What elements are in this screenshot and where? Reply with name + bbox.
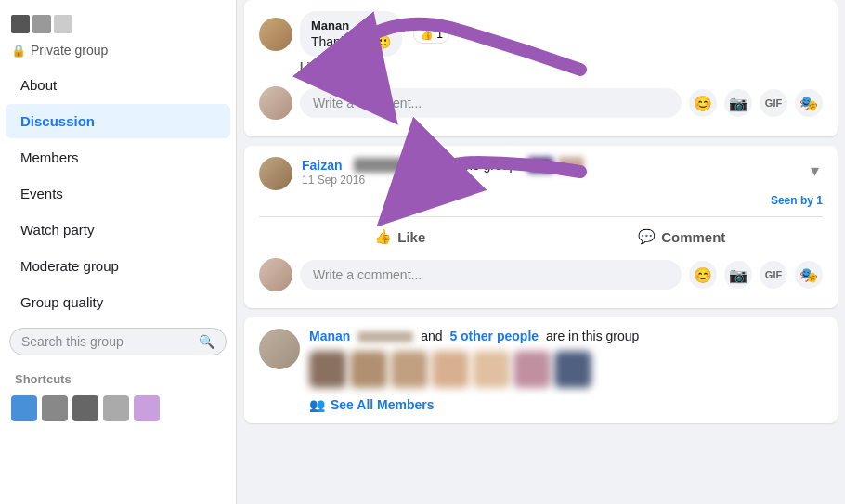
like-link[interactable]: Like (300, 60, 322, 73)
camera-icon[interactable]: 📷 (724, 89, 752, 117)
seen-count: 1 (816, 194, 823, 207)
emoji-icon-2[interactable]: 😊 (689, 261, 717, 289)
reaction-bubble: 👍 1 (413, 25, 449, 44)
member-avatar-6 (514, 351, 551, 388)
faizan-avatar (259, 157, 292, 190)
comment-input-created[interactable]: Write a comment... (300, 260, 682, 290)
group-color-box-2 (558, 157, 584, 174)
shortcuts-heading: Shortcuts (0, 363, 236, 390)
reply-link[interactable]: Reply (347, 60, 376, 73)
comment-icon: 💬 (638, 228, 656, 245)
shortcuts-avatars (0, 390, 236, 427)
shortcut-avatar-1[interactable] (11, 395, 37, 421)
manan-members-name: Manan (309, 329, 350, 343)
private-group-text: Private group (31, 43, 108, 58)
manan-comment-row: Manan Thank you 🙂 👍 1 (259, 11, 823, 57)
expand-button[interactable]: ▾ (807, 157, 823, 185)
members-card: Manan and 5 other people are in this gro… (244, 317, 838, 423)
private-group-label: 🔒 Private group (0, 39, 236, 67)
members-content: Manan and 5 other people are in this gro… (309, 329, 823, 412)
reaction-count: 1 (436, 28, 443, 41)
sidebar-item-watch-party[interactable]: Watch party (6, 213, 230, 247)
comment-input-top[interactable]: Write a comment... (300, 88, 682, 118)
gif-icon-2[interactable]: GIF (760, 261, 787, 289)
faizan-name: Faizan (302, 158, 343, 173)
comment-icons-created: 😊 📷 GIF 🎭 (689, 261, 823, 289)
group-icon-1 (11, 15, 30, 33)
sticker-icon[interactable]: 🎭 (795, 89, 823, 117)
manan-comment-bubble: Manan Thank you 🙂 (300, 11, 402, 57)
main-content: Manan Thank you 🙂 👍 1 Like · Reply (237, 0, 845, 433)
see-all-members[interactable]: 👥 See All Members (309, 397, 823, 412)
shortcut-avatar-4[interactable] (103, 395, 129, 421)
shortcut-avatar-5[interactable] (134, 395, 160, 421)
post-date: 11 Sep 2016 (302, 174, 798, 187)
manan-blur-box (358, 331, 413, 342)
members-group-icon: 👥 (309, 397, 325, 412)
sidebar-item-about[interactable]: About (6, 68, 230, 102)
sidebar-item-discussion[interactable]: Discussion (6, 104, 230, 138)
top-comment-card: Manan Thank you 🙂 👍 1 Like · Reply (244, 0, 838, 136)
created-group-boxes (527, 157, 584, 174)
member-avatar-7 (554, 351, 592, 388)
comment-write-row-created: Write a comment... 😊 📷 GIF 🎭 (259, 252, 823, 297)
sidebar: 🔒 Private group About Discussion Members… (0, 0, 237, 504)
group-icons (11, 15, 72, 33)
member-avatar-5 (473, 351, 510, 388)
members-text: Manan and 5 other people are in this gro… (309, 329, 823, 343)
comment-icons-top: 😊 📷 GIF 🎭 (689, 89, 823, 117)
user-avatar-comment (259, 86, 292, 120)
manan-members-avatar (259, 329, 300, 369)
group-created-post: Faizan created the group 11 Sep 2016 ▾ (259, 157, 823, 190)
blur-box-1 (354, 158, 410, 173)
blurred-name-box (354, 158, 410, 173)
shortcut-avatar-3[interactable] (72, 395, 98, 421)
comment-label: Comment (661, 229, 725, 245)
post-action-row: 👍 Like 💬 Comment (259, 216, 823, 252)
group-color-box-1 (527, 157, 553, 174)
manan-avatar (259, 18, 292, 51)
sidebar-item-group-quality[interactable]: Group quality (6, 285, 230, 319)
sidebar-item-members[interactable]: Members (6, 140, 230, 174)
thumbs-up-icon: 👍 (420, 28, 434, 41)
manan-comment-text: Thank you 🙂 (311, 34, 391, 49)
search-box[interactable]: 🔍 (9, 328, 227, 355)
manan-name: Manan (311, 19, 391, 32)
user-avatar-comment-2 (259, 258, 292, 291)
comment-button[interactable]: 💬 Comment (541, 221, 824, 252)
member-avatar-3 (391, 351, 428, 388)
gif-icon[interactable]: GIF (760, 89, 787, 117)
group-icon-2 (32, 15, 51, 33)
search-input[interactable] (21, 334, 193, 349)
group-header (0, 7, 236, 39)
group-created-card: Faizan created the group 11 Sep 2016 ▾ (244, 146, 838, 308)
like-button[interactable]: 👍 Like (259, 221, 541, 252)
group-icon-3 (54, 15, 72, 33)
member-avatar-2 (350, 351, 387, 388)
sidebar-item-moderate[interactable]: Moderate group (6, 249, 230, 283)
member-avatar-1 (309, 351, 346, 388)
main-wrapper: Manan Thank you 🙂 👍 1 Like · Reply (237, 0, 845, 504)
like-icon: 👍 (374, 228, 392, 245)
members-avatars-row (309, 351, 823, 388)
created-action: created the group (415, 158, 517, 173)
members-post: Manan and 5 other people are in this gro… (259, 329, 823, 412)
member-avatar-4 (432, 351, 469, 388)
camera-icon-2[interactable]: 📷 (724, 261, 752, 289)
seen-by: Seen by 1 (259, 194, 823, 207)
comment-actions: Like · Reply (259, 60, 823, 73)
comment-write-row-top: Write a comment... 😊 📷 GIF 🎭 (259, 81, 823, 125)
search-icon: 🔍 (199, 334, 214, 349)
sidebar-item-events[interactable]: Events (6, 176, 230, 211)
others-text: 5 other people (449, 329, 539, 343)
created-post-content: Faizan created the group 11 Sep 2016 (302, 157, 798, 187)
lock-icon: 🔒 (11, 44, 26, 58)
created-header: Faizan created the group (302, 157, 798, 174)
emoji-icon[interactable]: 😊 (689, 89, 717, 117)
like-label: Like (397, 229, 425, 245)
sidebar-nav: About Discussion Members Events Watch pa… (0, 67, 236, 320)
shortcut-avatar-2[interactable] (42, 395, 68, 421)
sticker-icon-2[interactable]: 🎭 (795, 261, 823, 289)
